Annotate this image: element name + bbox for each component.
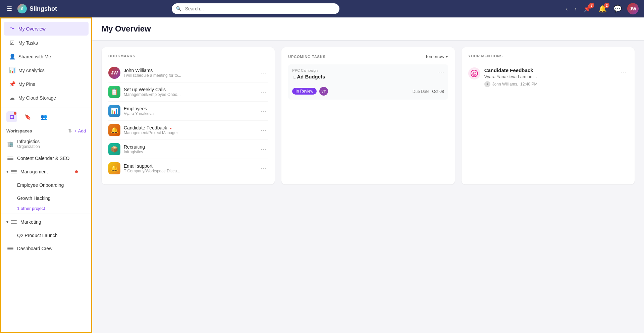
shared-icon: 👤 xyxy=(9,53,15,60)
bookmark-more-button[interactable]: ⋯ xyxy=(259,88,268,96)
chat-button[interactable]: 💬 xyxy=(612,3,623,14)
workspace-item-dashboard-crew[interactable]: Dashboard Crew ⋯ xyxy=(1,242,91,255)
bookmark-info: Set up Weekly Calls Management/Employee … xyxy=(124,87,256,97)
sidebar-item-my-cloud-storage[interactable]: ☁ My Cloud Storage xyxy=(4,91,89,104)
dashboard-crew-icon xyxy=(6,244,14,253)
sort-button[interactable]: ⇅ xyxy=(68,128,72,133)
workspace-item-management[interactable]: ▾ Management ⋯ xyxy=(1,165,91,178)
bookmark-item: 🔔 Email support T Company/Workspace Disc… xyxy=(108,159,268,178)
back-button[interactable]: ‹ xyxy=(565,4,569,14)
mention-more-button[interactable]: ⋯ xyxy=(619,67,628,76)
mention-content: Candidate Feedback Vyara Yanakieva I am … xyxy=(484,67,615,87)
sidebar-tabs: ⊞ 🔖 👥 xyxy=(1,108,91,125)
workspace-item-content-calendar[interactable]: Content Calendar & SEO ⋯ xyxy=(1,152,91,165)
app-logo: S Slingshot xyxy=(17,4,57,13)
sidebar-item-my-tasks[interactable]: ☑ My Tasks xyxy=(4,36,89,49)
filter-label: Tomorrow xyxy=(425,54,444,59)
svg-rect-4 xyxy=(11,171,17,172)
task-filter-button[interactable]: Tomorrow ▾ xyxy=(425,54,448,59)
bookmark-sub: Infragistics xyxy=(124,150,256,154)
workspace-item-marketing[interactable]: ▾ Marketing ⋯ xyxy=(1,215,91,229)
mentions-title: YOUR MENTIONS xyxy=(468,54,628,58)
task-name: Ad Budgets xyxy=(297,74,325,79)
workspace-name: Dashboard Crew xyxy=(17,246,78,251)
workspaces-title: Workspaces xyxy=(6,128,66,133)
sidebar-item-my-analytics[interactable]: 📊 My Analytics xyxy=(4,64,89,77)
hamburger-icon[interactable]: ☰ xyxy=(5,4,13,14)
notifications-button[interactable]: 🔔 2 xyxy=(597,3,608,14)
task-assignee-avatar: VY xyxy=(319,87,328,96)
svg-rect-0 xyxy=(7,157,13,157)
add-workspace-button[interactable]: + Add xyxy=(74,128,86,133)
cloud-icon: ☁ xyxy=(9,95,15,101)
infragistics-icon: 🏢 xyxy=(6,140,14,148)
workspace-name: Content Calendar & SEO xyxy=(17,156,78,161)
task-due: Due Date: Oct 08 xyxy=(413,88,444,94)
workspace-item-infragistics[interactable]: 🏢 Infragistics Organization ⋯ xyxy=(1,136,91,152)
bookmark-name: Email support xyxy=(124,163,256,169)
user-avatar[interactable]: JW xyxy=(627,3,639,14)
chat-icon: 💬 xyxy=(613,5,622,12)
sidebar-item-label: Shared with Me xyxy=(18,54,51,59)
bookmark-sub: Management/Project Manager xyxy=(124,130,256,135)
bookmark-name: Set up Weekly Calls xyxy=(124,87,256,92)
tab-shared[interactable]: 👥 xyxy=(39,111,49,122)
bookmark-more-button[interactable]: ⋯ xyxy=(259,68,268,77)
notifications-badge: 2 xyxy=(604,3,609,8)
bookmark-info: Employees Vyara Yanakieva xyxy=(124,106,256,116)
bookmark-more-button[interactable]: ⋯ xyxy=(259,164,268,173)
due-date: Oct 08 xyxy=(432,89,444,94)
due-label: Due Date: xyxy=(413,89,431,94)
workspace-item-employee-onboarding[interactable]: Employee Onboarding ⋯ xyxy=(1,178,91,191)
bookmark-sub: I will schedule a meeting for to... xyxy=(124,73,256,78)
bookmark-avatar: 🔔 xyxy=(108,162,120,174)
sidebar-item-label: My Pins xyxy=(18,81,35,87)
mention-meta: J John Williams, 12:40 PM xyxy=(484,81,615,87)
svg-rect-5 xyxy=(11,173,17,173)
tab-bookmarks[interactable]: 🔖 xyxy=(22,111,33,122)
sidebar-item-shared-with-me[interactable]: 👤 Shared with Me xyxy=(4,50,89,63)
pins-nav-icon: 📌 xyxy=(9,81,15,87)
upcoming-tasks-title: UPCOMING TASKS xyxy=(288,55,325,59)
bookmark-more-button[interactable]: ⋯ xyxy=(259,107,268,115)
sidebar-item-my-pins[interactable]: 📌 My Pins xyxy=(4,77,89,91)
analytics-icon: 📊 xyxy=(9,67,15,73)
sidebar-item-label: My Cloud Storage xyxy=(18,95,56,101)
management-icon xyxy=(10,168,18,176)
plus-icon: + xyxy=(74,128,77,133)
task-arrow-icon: └ xyxy=(292,76,296,81)
layers-icon: ⊞ xyxy=(10,114,14,120)
task-meta: In Review VY Due Date: Oct 08 xyxy=(292,87,444,96)
marketing-icon xyxy=(10,218,18,226)
workspace-item-q2-product-launch[interactable]: Q2 Product Launch ⋯ xyxy=(1,229,91,242)
bookmark-avatar: 📋 xyxy=(108,86,120,98)
management-dot xyxy=(75,170,78,173)
bookmark-more-button[interactable]: ⋯ xyxy=(259,126,268,134)
search-icon: 🔍 xyxy=(176,6,181,11)
mention-time: 12:40 PM xyxy=(520,82,537,87)
other-projects-link[interactable]: 1 other project xyxy=(1,205,91,212)
workspace-item-growth-hacking[interactable]: Growth Hacking ⋯ xyxy=(1,191,91,205)
bookmark-item: JW John Williams I will schedule a meeti… xyxy=(108,63,268,82)
topnav: ☰ S Slingshot 🔍 ‹ › 📌 7 🔔 2 💬 JW xyxy=(0,0,644,17)
sidebar-nav: 〜 My Overview ☑ My Tasks 👤 Shared with M… xyxy=(1,18,91,108)
bookmark-info: Email support T Company/Workspace Discu.… xyxy=(124,163,256,173)
svg-rect-7 xyxy=(11,222,17,222)
pins-button[interactable]: 📌 7 xyxy=(582,3,593,14)
svg-rect-6 xyxy=(11,220,17,221)
content-calendar-icon xyxy=(6,154,14,162)
forward-button[interactable]: › xyxy=(573,4,578,14)
page-title: My Overview xyxy=(102,24,635,34)
bookmark-item: 🔔 Candidate Feedback ● Management/Projec… xyxy=(108,121,268,140)
bookmark-avatar: 🔔 xyxy=(108,124,120,136)
sidebar-item-label: My Analytics xyxy=(18,68,45,73)
svg-rect-2 xyxy=(7,159,13,160)
bookmark-more-button[interactable]: ⋯ xyxy=(259,145,268,154)
bookmark-name: John Williams xyxy=(124,68,256,73)
task-more-button[interactable]: ⋯ xyxy=(438,68,444,76)
bookmarks-title: BOOKMARKS xyxy=(108,54,268,58)
tab-workspaces[interactable]: ⊞ xyxy=(6,111,17,122)
bookmark-sub: Vyara Yanakieva xyxy=(124,111,256,116)
search-input[interactable] xyxy=(172,3,339,14)
sidebar-item-my-overview[interactable]: 〜 My Overview xyxy=(4,22,89,36)
